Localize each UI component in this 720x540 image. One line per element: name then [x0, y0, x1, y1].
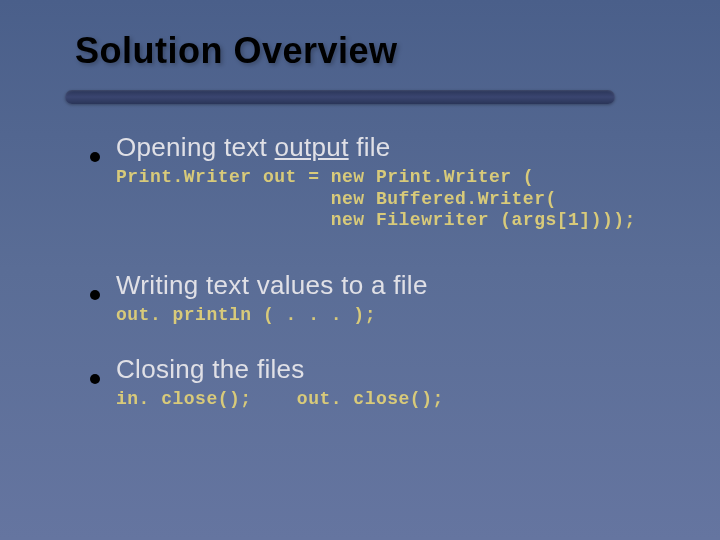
slide: Solution Overview Opening text output fi… [0, 0, 720, 540]
bullet-item: Opening text output file [90, 132, 680, 163]
bullet-text-pre: Closing the files [116, 354, 305, 384]
bullet-text: Writing text values to a file [116, 270, 428, 301]
code-block: Print.Writer out = new Print.Writer ( ne… [116, 167, 680, 232]
code-block: in. close(); out. close(); [116, 389, 680, 411]
bullet-text-pre: Opening text [116, 132, 275, 162]
slide-title: Solution Overview [75, 30, 720, 72]
bullet-item: Writing text values to a file [90, 270, 680, 301]
code-block: out. println ( . . . ); [116, 305, 680, 327]
bullet-text-pre: Writing text values to a file [116, 270, 428, 300]
bullet-text-underlined: output [275, 132, 349, 162]
title-underline-bar [65, 90, 615, 104]
bullet-text-post: file [349, 132, 391, 162]
bullet-text: Opening text output file [116, 132, 391, 163]
content-area: Opening text output file Print.Writer ou… [0, 104, 720, 411]
bullet-icon [90, 290, 100, 300]
bullet-icon [90, 374, 100, 384]
bullet-icon [90, 152, 100, 162]
title-area: Solution Overview [0, 0, 720, 104]
bullet-item: Closing the files [90, 354, 680, 385]
bullet-text: Closing the files [116, 354, 305, 385]
